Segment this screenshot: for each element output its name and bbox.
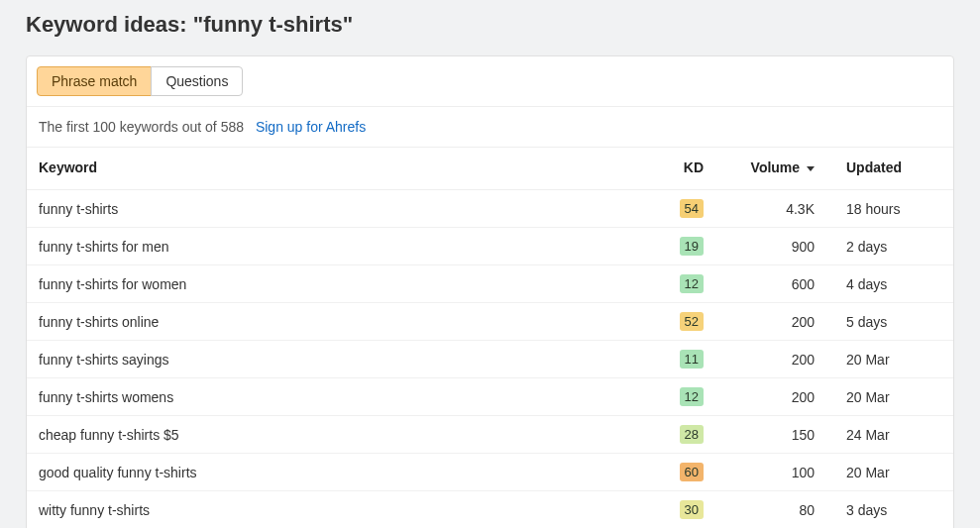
keyword-cell[interactable]: funny t-shirts womens xyxy=(27,378,636,416)
volume-cell: 600 xyxy=(715,265,834,303)
kd-badge: 60 xyxy=(680,463,704,481)
keyword-cell[interactable]: witty funny t-shirts xyxy=(27,491,636,529)
keyword-cell[interactable]: funny t-shirts for men xyxy=(27,228,636,265)
keyword-table-body: funny t-shirts544.3K18 hoursfunny t-shir… xyxy=(27,190,953,529)
table-row[interactable]: funny t-shirts544.3K18 hours xyxy=(27,190,953,228)
volume-cell: 100 xyxy=(715,454,834,491)
kd-badge: 12 xyxy=(680,387,704,406)
updated-cell: 18 hours xyxy=(834,190,953,228)
updated-cell: 3 days xyxy=(834,491,953,529)
updated-cell: 20 Mar xyxy=(834,454,953,491)
volume-cell: 150 xyxy=(715,416,834,454)
updated-cell: 20 Mar xyxy=(834,341,953,378)
tab-questions[interactable]: Questions xyxy=(151,66,243,96)
page-title: Keyword ideas: "funny t-shirts" xyxy=(26,12,954,38)
volume-cell: 900 xyxy=(715,228,834,265)
table-row[interactable]: witty funny t-shirts30803 days xyxy=(27,491,953,529)
volume-cell: 80 xyxy=(715,491,834,529)
kd-badge: 30 xyxy=(680,500,704,519)
kd-badge: 54 xyxy=(680,199,704,218)
kd-badge: 11 xyxy=(680,350,704,369)
updated-cell: 20 Mar xyxy=(834,378,953,416)
col-header-kd[interactable]: KD xyxy=(636,148,715,190)
updated-cell: 4 days xyxy=(834,265,953,303)
col-header-volume[interactable]: Volume xyxy=(715,148,834,190)
col-header-updated[interactable]: Updated xyxy=(834,148,953,190)
keyword-cell[interactable]: funny t-shirts online xyxy=(27,303,636,341)
table-row[interactable]: good quality funny t-shirts6010020 Mar xyxy=(27,454,953,491)
volume-cell: 200 xyxy=(715,341,834,378)
kd-cell: 12 xyxy=(636,265,715,303)
kd-cell: 60 xyxy=(636,454,715,491)
keyword-table: Keyword KD Volume Updated funny t-shirts… xyxy=(27,148,953,528)
info-text: The first 100 keywords out of 588 xyxy=(39,119,244,135)
kd-cell: 11 xyxy=(636,341,715,378)
sort-desc-icon xyxy=(807,166,815,171)
col-header-volume-label: Volume xyxy=(751,159,801,175)
info-bar: The first 100 keywords out of 588 Sign u… xyxy=(27,106,953,148)
keyword-panel: Phrase matchQuestions The first 100 keyw… xyxy=(26,55,954,528)
col-header-keyword[interactable]: Keyword xyxy=(27,148,636,190)
keyword-cell[interactable]: funny t-shirts for women xyxy=(27,265,636,303)
table-row[interactable]: funny t-shirts for men199002 days xyxy=(27,228,953,265)
kd-badge: 28 xyxy=(680,425,704,444)
table-row[interactable]: funny t-shirts womens1220020 Mar xyxy=(27,378,953,416)
table-row[interactable]: funny t-shirts sayings1120020 Mar xyxy=(27,341,953,378)
keyword-cell[interactable]: funny t-shirts sayings xyxy=(27,341,636,378)
kd-badge: 52 xyxy=(680,312,704,331)
table-row[interactable]: funny t-shirts for women126004 days xyxy=(27,265,953,303)
table-row[interactable]: cheap funny t-shirts $52815024 Mar xyxy=(27,416,953,454)
kd-cell: 30 xyxy=(636,491,715,529)
table-row[interactable]: funny t-shirts online522005 days xyxy=(27,303,953,341)
keyword-cell[interactable]: funny t-shirts xyxy=(27,190,636,228)
kd-cell: 12 xyxy=(636,378,715,416)
keyword-cell[interactable]: good quality funny t-shirts xyxy=(27,454,636,491)
volume-cell: 200 xyxy=(715,303,834,341)
keyword-cell[interactable]: cheap funny t-shirts $5 xyxy=(27,416,636,454)
kd-badge: 19 xyxy=(680,237,704,256)
volume-cell: 200 xyxy=(715,378,834,416)
tab-phrase-match[interactable]: Phrase match xyxy=(37,66,152,96)
kd-cell: 19 xyxy=(636,228,715,265)
signup-link[interactable]: Sign up for Ahrefs xyxy=(256,119,366,135)
updated-cell: 5 days xyxy=(834,303,953,341)
updated-cell: 2 days xyxy=(834,228,953,265)
kd-badge: 12 xyxy=(680,274,704,293)
tab-bar: Phrase matchQuestions xyxy=(27,56,953,96)
updated-cell: 24 Mar xyxy=(834,416,953,454)
volume-cell: 4.3K xyxy=(715,190,834,228)
kd-cell: 52 xyxy=(636,303,715,341)
kd-cell: 54 xyxy=(636,190,715,228)
kd-cell: 28 xyxy=(636,416,715,454)
